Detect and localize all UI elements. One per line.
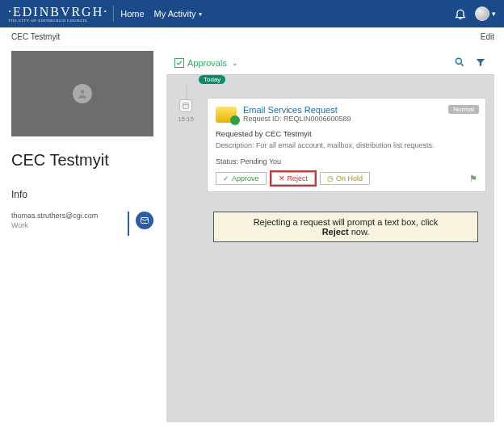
breadcrumb-row: CEC Testmyit Edit — [0, 27, 504, 44]
filter-icon[interactable] — [475, 57, 486, 69]
nav-my-activity[interactable]: My Activity ▾ — [154, 9, 202, 19]
x-icon: ✕ — [279, 174, 285, 182]
reject-label: Reject — [288, 174, 309, 182]
info-email: thomas.struthers@cgi.com — [11, 212, 121, 221]
nav-home-label: Home — [120, 9, 144, 19]
profile-photo — [11, 51, 153, 136]
check-icon: ✓ — [223, 174, 229, 182]
hold-button[interactable]: ◷ On Hold — [320, 172, 370, 185]
card-title[interactable]: Email Services Request — [243, 105, 351, 115]
priority-badge: Normal — [448, 105, 479, 114]
brand-logo: ·EDINBVRGH· THE CITY OF EDINBURGH COUNCI… — [8, 6, 108, 23]
panel-header: Approvals ⌄ — [166, 51, 494, 75]
main-panel: Approvals ⌄ Today 15:15 Normal — [166, 51, 494, 422]
approvals-label: Approvals — [187, 58, 227, 68]
card-description: Description: For all email account, mail… — [216, 141, 477, 149]
info-block: thomas.struthers@cgi.com Work — [11, 212, 153, 236]
approvals-dropdown[interactable]: Approvals ⌄ — [174, 58, 238, 68]
callout-bold: Reject — [322, 227, 349, 237]
today-pill: Today — [199, 75, 225, 84]
callout-line2: now. — [349, 227, 370, 237]
avatar-icon — [475, 6, 489, 21]
hold-label: On Hold — [336, 174, 363, 182]
clock-icon: ◷ — [327, 174, 334, 182]
card-actions: ✓ Approve ✕ Reject ◷ On Hold ⚑ — [216, 172, 477, 185]
user-avatar[interactable]: ▾ — [475, 6, 496, 21]
callout-line1: Rejecting a request will prompt a text b… — [254, 217, 439, 227]
reject-button[interactable]: ✕ Reject — [271, 172, 316, 185]
edit-link[interactable]: Edit — [481, 32, 494, 41]
nav-home[interactable]: Home — [120, 9, 144, 19]
info-email-label: Work — [11, 221, 121, 231]
person-icon — [73, 84, 92, 103]
approve-button[interactable]: ✓ Approve — [216, 172, 267, 185]
info-header: Info — [11, 189, 153, 205]
card-status: Status: Pending You — [216, 157, 477, 166]
approvals-icon — [174, 58, 184, 68]
nav-separator — [113, 6, 114, 22]
notifications-icon[interactable] — [454, 7, 467, 20]
chevron-down-icon: ⌄ — [232, 59, 238, 67]
chevron-down-icon: ▾ — [199, 10, 202, 18]
instruction-callout: Rejecting a request will prompt a text b… — [213, 212, 478, 242]
navbar: ·EDINBVRGH· THE CITY OF EDINBURGH COUNCI… — [0, 0, 504, 27]
mail-icon — [140, 216, 149, 225]
approve-label: Approve — [232, 174, 259, 182]
breadcrumb: CEC Testmyit — [11, 32, 60, 41]
email-button[interactable] — [136, 212, 153, 229]
profile-name: CEC Testmyit — [11, 151, 153, 170]
divider — [128, 212, 129, 236]
profile-sidebar: CEC Testmyit Info thomas.struthers@cgi.c… — [11, 51, 153, 422]
search-icon[interactable] — [454, 57, 465, 69]
nav-my-activity-label: My Activity — [154, 9, 196, 19]
timeline-node-icon — [179, 99, 192, 112]
svg-point-0 — [81, 90, 85, 94]
card-id: Request ID: REQLIN0006600589 — [243, 115, 351, 123]
flag-icon[interactable]: ⚑ — [469, 174, 477, 184]
brand-subtext: THE CITY OF EDINBURGH COUNCIL — [8, 19, 108, 23]
info-text: thomas.struthers@cgi.com Work — [11, 212, 121, 230]
svg-point-2 — [456, 58, 461, 64]
timeline-time: 15:15 — [178, 115, 194, 123]
chevron-down-icon: ▾ — [492, 10, 496, 18]
request-card: Normal Email Services Request Request ID… — [207, 98, 486, 192]
brand-text: ·EDINBVRGH· — [8, 6, 108, 19]
timeline: Today 15:15 Normal Email Services Reques… — [166, 75, 494, 250]
svg-rect-3 — [183, 103, 189, 109]
email-request-icon — [216, 107, 237, 123]
card-requested-by: Requested by CEC Testmyit — [216, 129, 477, 138]
